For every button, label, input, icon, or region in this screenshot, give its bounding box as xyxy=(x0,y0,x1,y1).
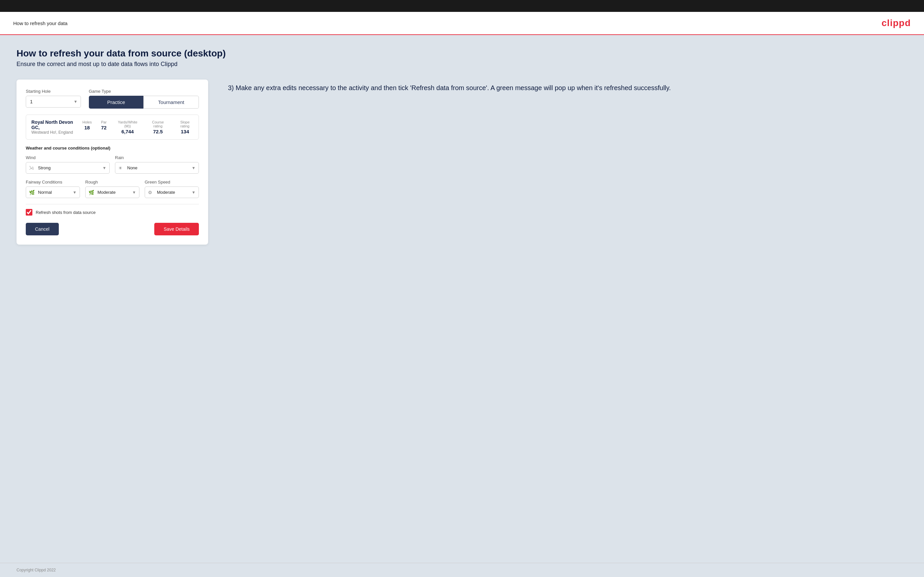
copyright-text: Copyright Clippd 2022 xyxy=(16,568,56,572)
footer: Copyright Clippd 2022 xyxy=(0,563,924,577)
top-bar xyxy=(0,0,924,12)
game-type-label: Game Type xyxy=(89,89,199,94)
course-location: Westward Ho!, England xyxy=(31,130,79,135)
starting-hole-select[interactable]: 1 xyxy=(26,96,81,108)
slope-label: Slope rating xyxy=(176,120,193,128)
course-stat-par: Par 72 xyxy=(101,120,107,134)
wind-group: Wind 🌬 Strong ▼ xyxy=(26,155,110,174)
course-row: Royal North Devon GC, Westward Ho!, Engl… xyxy=(26,114,199,140)
fairway-group: Fairway Conditions 🌿 Normal ▼ xyxy=(26,180,80,198)
page-subheading: Ensure the correct and most up to date d… xyxy=(16,61,908,68)
rough-select[interactable]: Moderate xyxy=(85,187,139,198)
rough-label: Rough xyxy=(85,180,139,185)
refresh-checkbox-label: Refresh shots from data source xyxy=(36,210,95,215)
logo: clippd xyxy=(882,18,911,28)
course-stat-holes: Holes 18 xyxy=(82,120,92,134)
par-value: 72 xyxy=(101,125,107,131)
rough-group: Rough 🌿 Moderate ▼ xyxy=(85,180,139,198)
yards-value: 6,744 xyxy=(116,129,139,134)
green-speed-group: Green Speed ⚙ Moderate ▼ xyxy=(145,180,199,198)
holes-label: Holes xyxy=(82,120,92,124)
side-description: 3) Make any extra edits necessary to the… xyxy=(228,79,908,93)
par-label: Par xyxy=(101,120,107,124)
header-title: How to refresh your data xyxy=(13,21,68,26)
rain-select[interactable]: None xyxy=(115,162,199,174)
practice-button[interactable]: Practice xyxy=(89,96,144,109)
button-row: Cancel Save Details xyxy=(26,223,199,235)
refresh-checkbox[interactable] xyxy=(26,209,32,216)
rain-label: Rain xyxy=(115,155,199,160)
wind-select-wrapper: 🌬 Strong ▼ xyxy=(26,162,110,174)
wind-rain-row: Wind 🌬 Strong ▼ Rain ☀ None xyxy=(26,155,199,174)
side-note-text: 3) Make any extra edits necessary to the… xyxy=(228,83,908,93)
yards-label: Yards/White (M)) xyxy=(116,120,139,128)
fairway-select-wrapper: 🌿 Normal ▼ xyxy=(26,187,80,198)
course-stats: Holes 18 Par 72 Yards/White (M)) 6,744 C… xyxy=(82,120,193,134)
weather-section-title: Weather and course conditions (optional) xyxy=(26,145,199,150)
course-stat-course-rating: Course rating 72.5 xyxy=(149,120,168,134)
starting-hole-group: Starting Hole 1 ▼ xyxy=(26,89,81,109)
course-info: Royal North Devon GC, Westward Ho!, Engl… xyxy=(31,119,79,135)
header: How to refresh your data clippd xyxy=(0,12,924,35)
main-content: How to refresh your data from source (de… xyxy=(0,35,924,563)
page-heading: How to refresh your data from source (de… xyxy=(16,48,908,59)
rain-select-wrapper: ☀ None ▼ xyxy=(115,162,199,174)
course-rating-value: 72.5 xyxy=(149,129,168,134)
cancel-button[interactable]: Cancel xyxy=(26,223,59,235)
content-row: Starting Hole 1 ▼ Game Type Practice Tou… xyxy=(16,79,908,245)
course-rating-label: Course rating xyxy=(149,120,168,128)
starting-hole-select-wrapper: 1 ▼ xyxy=(26,96,81,108)
rough-select-wrapper: 🌿 Moderate ▼ xyxy=(85,187,139,198)
course-stat-slope: Slope rating 134 xyxy=(176,120,193,134)
game-type-group: Game Type Practice Tournament xyxy=(89,89,199,109)
rain-group: Rain ☀ None ▼ xyxy=(115,155,199,174)
green-speed-select-wrapper: ⚙ Moderate ▼ xyxy=(145,187,199,198)
save-button[interactable]: Save Details xyxy=(154,223,199,235)
course-stat-yards: Yards/White (M)) 6,744 xyxy=(116,120,139,134)
wind-label: Wind xyxy=(26,155,110,160)
top-field-row: Starting Hole 1 ▼ Game Type Practice Tou… xyxy=(26,89,199,109)
green-speed-label: Green Speed xyxy=(145,180,199,185)
wind-select[interactable]: Strong xyxy=(26,162,110,174)
fairway-rough-green-row: Fairway Conditions 🌿 Normal ▼ Rough 🌿 xyxy=(26,180,199,198)
green-speed-select[interactable]: Moderate xyxy=(145,187,199,198)
holes-value: 18 xyxy=(82,125,92,131)
course-name: Royal North Devon GC, xyxy=(31,119,79,130)
refresh-checkbox-row: Refresh shots from data source xyxy=(26,209,199,216)
tournament-button[interactable]: Tournament xyxy=(144,96,199,109)
fairway-label: Fairway Conditions xyxy=(26,180,80,185)
game-type-toggle: Practice Tournament xyxy=(89,96,199,109)
fairway-select[interactable]: Normal xyxy=(26,187,80,198)
starting-hole-label: Starting Hole xyxy=(26,89,81,94)
form-panel: Starting Hole 1 ▼ Game Type Practice Tou… xyxy=(16,79,208,245)
slope-value: 134 xyxy=(176,129,193,134)
